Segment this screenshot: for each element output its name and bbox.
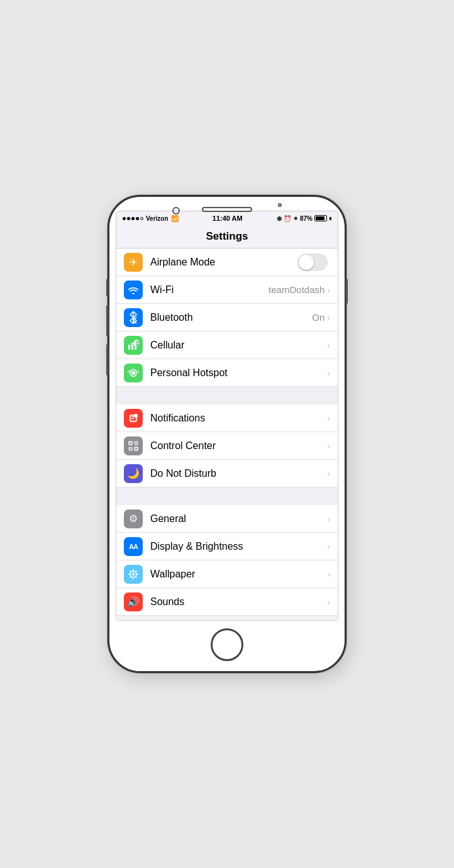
- row-do-not-disturb[interactable]: 🌙 Do Not Disturb ›: [116, 460, 338, 487]
- settings-list: ✈ Airplane Mode Wi-Fi t: [116, 248, 338, 620]
- bluetooth-value: On: [312, 312, 324, 323]
- signal-dot-3: [131, 217, 135, 220]
- section-system1: Notifications › Control: [116, 404, 338, 487]
- personal-hotspot-label: Personal Hotspot: [150, 367, 327, 379]
- row-sounds[interactable]: 🔊 Sounds ›: [116, 588, 338, 616]
- wifi-label: Wi-Fi: [150, 284, 269, 296]
- notifications-label: Notifications: [150, 413, 327, 424]
- do-not-disturb-chevron: ›: [327, 469, 330, 479]
- screen: Verizon 📶 11:40 AM ⊕ ⏰ ✴ 87% Settings: [116, 211, 338, 621]
- status-right: ⊕ ⏰ ✴ 87%: [277, 215, 331, 222]
- row-notifications[interactable]: Notifications ›: [116, 404, 338, 432]
- section-system2: ⚙ General › AA Display & Brightness ›: [116, 505, 338, 616]
- wifi-icon: [124, 281, 143, 299]
- volume-up-button[interactable]: [106, 305, 109, 337]
- sounds-chevron: ›: [327, 597, 330, 607]
- row-general[interactable]: ⚙ General ›: [116, 505, 338, 533]
- battery-icon: [314, 215, 327, 221]
- row-personal-hotspot[interactable]: Personal Hotspot ›: [116, 359, 338, 387]
- row-cellular[interactable]: 📡 Cellular ›: [116, 331, 338, 359]
- home-button[interactable]: [211, 628, 243, 661]
- airplane-mode-toggle[interactable]: [297, 253, 328, 271]
- row-display-brightness[interactable]: AA Display & Brightness ›: [116, 533, 338, 560]
- general-icon: ⚙: [124, 509, 143, 528]
- signal-dot-1: [123, 217, 126, 220]
- signal-dot-4: [136, 217, 139, 220]
- svg-point-16: [135, 448, 137, 450]
- general-label: General: [150, 513, 327, 525]
- do-not-disturb-label: Do Not Disturb: [150, 468, 327, 479]
- status-bar: Verizon 📶 11:40 AM ⊕ ⏰ ✴ 87%: [116, 211, 338, 225]
- bluetooth-icon: [124, 308, 143, 327]
- nav-bar: Settings: [116, 225, 338, 248]
- bluetooth-label: Bluetooth: [150, 312, 312, 323]
- svg-rect-9: [131, 416, 135, 418]
- front-camera: [172, 207, 180, 214]
- svg-text:📡: 📡: [135, 342, 139, 346]
- sensor: [278, 203, 282, 207]
- svg-rect-13: [128, 447, 133, 451]
- svg-point-18: [132, 573, 135, 576]
- signal-dot-5: [140, 217, 143, 220]
- svg-line-26: [130, 576, 131, 577]
- phone-top: [109, 197, 345, 211]
- svg-line-25: [136, 570, 137, 572]
- wallpaper-chevron: ›: [327, 569, 330, 579]
- section-divider-1: [116, 387, 338, 404]
- page-title: Settings: [206, 230, 248, 242]
- svg-point-15: [130, 442, 131, 444]
- control-center-label: Control Center: [150, 440, 327, 452]
- svg-point-5: [131, 371, 135, 375]
- clock: 11:40 AM: [213, 214, 243, 222]
- display-brightness-chevron: ›: [327, 542, 330, 552]
- cellular-label: Cellular: [150, 340, 327, 351]
- silent-switch[interactable]: [106, 279, 109, 296]
- carrier-label: Verizon: [146, 215, 169, 222]
- signal-strength: [123, 217, 143, 220]
- wifi-chevron: ›: [327, 285, 330, 295]
- status-left: Verizon 📶: [123, 215, 179, 222]
- general-chevron: ›: [327, 514, 330, 524]
- row-control-center[interactable]: Control Center ›: [116, 432, 338, 460]
- section-connectivity: ✈ Airplane Mode Wi-Fi t: [116, 248, 338, 387]
- sounds-label: Sounds: [150, 596, 327, 608]
- phone-bottom: [109, 621, 345, 671]
- signal-dot-2: [127, 217, 130, 220]
- svg-rect-10: [131, 418, 134, 420]
- battery-tip: [329, 217, 331, 220]
- svg-line-23: [130, 570, 131, 572]
- row-wifi[interactable]: Wi-Fi teamDotdash ›: [116, 276, 338, 304]
- power-button[interactable]: [345, 279, 348, 304]
- volume-down-button[interactable]: [106, 344, 109, 376]
- section-divider-2: [116, 487, 338, 505]
- control-center-chevron: ›: [327, 441, 330, 451]
- battery-percent: 87%: [300, 215, 313, 222]
- toggle-knob: [299, 255, 314, 270]
- svg-rect-0: [128, 345, 130, 350]
- display-brightness-icon: AA: [124, 537, 143, 556]
- svg-rect-1: [131, 343, 133, 350]
- personal-hotspot-icon: [124, 364, 143, 382]
- row-airplane-mode[interactable]: ✈ Airplane Mode: [116, 248, 338, 276]
- notifications-chevron: ›: [327, 413, 330, 423]
- wallpaper-label: Wallpaper: [150, 569, 327, 580]
- bluetooth-chevron: ›: [327, 313, 330, 323]
- wallpaper-icon: [124, 565, 143, 584]
- display-brightness-label: Display & Brightness: [150, 541, 327, 552]
- battery-fill: [316, 216, 324, 220]
- svg-rect-12: [134, 441, 138, 445]
- speaker: [202, 207, 252, 212]
- sounds-icon: 🔊: [124, 593, 143, 611]
- alarm-icon: ⏰: [284, 215, 291, 222]
- location-icon: ⊕: [277, 215, 282, 222]
- airplane-mode-icon: ✈: [124, 253, 143, 272]
- notifications-icon: [124, 409, 143, 428]
- cellular-icon: 📡: [124, 336, 143, 355]
- svg-line-24: [136, 576, 137, 577]
- row-bluetooth[interactable]: Bluetooth On ›: [116, 304, 338, 331]
- airplane-mode-label: Airplane Mode: [150, 257, 297, 268]
- row-wallpaper[interactable]: Wallpaper ›: [116, 560, 338, 588]
- wifi-value: teamDotdash: [269, 284, 324, 295]
- personal-hotspot-chevron: ›: [327, 368, 330, 378]
- control-center-icon: [124, 437, 143, 455]
